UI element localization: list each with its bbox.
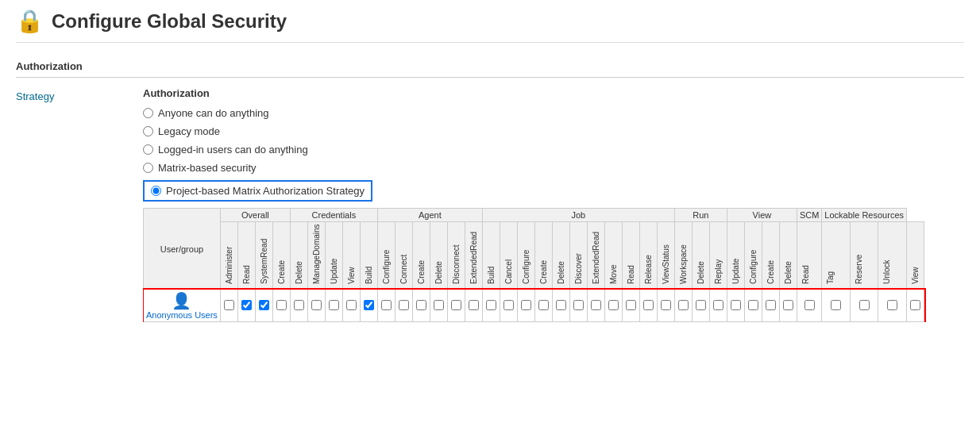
checkbox-create-view[interactable] bbox=[766, 300, 776, 310]
cb-read-job[interactable] bbox=[622, 290, 639, 322]
checkbox-managedomains[interactable] bbox=[311, 300, 322, 310]
overall-header: Overall bbox=[220, 209, 290, 222]
checkbox-delete-agent[interactable] bbox=[434, 300, 444, 310]
checkbox-workspace-job[interactable] bbox=[678, 300, 689, 310]
cb-replay-run[interactable] bbox=[709, 290, 727, 322]
checkbox-cancel-job[interactable] bbox=[504, 300, 514, 310]
checkbox-extendedread-agent[interactable] bbox=[469, 300, 479, 310]
col-extendedread-agent: ExtendedRead bbox=[465, 222, 482, 290]
cb-workspace-job[interactable] bbox=[674, 290, 692, 322]
cb-delete-view[interactable] bbox=[779, 290, 797, 322]
checkbox-update-cred[interactable] bbox=[329, 300, 339, 310]
cb-tag-scm[interactable] bbox=[822, 290, 851, 322]
cb-move-job[interactable] bbox=[604, 290, 622, 322]
checkbox-viewstatus-job[interactable] bbox=[661, 300, 671, 310]
radio-loggedin: Logged-in users can do anything bbox=[143, 144, 964, 156]
checkbox-configure-job[interactable] bbox=[521, 300, 531, 310]
cb-build-job[interactable] bbox=[482, 290, 500, 322]
cb-release-job[interactable] bbox=[639, 290, 657, 322]
cb-managedomains[interactable] bbox=[307, 290, 325, 322]
cb-delete-agent[interactable] bbox=[430, 290, 447, 322]
col-discover-job: Discover bbox=[569, 222, 587, 290]
lock-icon: 🔒 bbox=[16, 8, 44, 34]
col-build-job: Build bbox=[482, 222, 500, 290]
cb-create-job[interactable] bbox=[534, 290, 552, 322]
checkbox-configure-view[interactable] bbox=[748, 300, 758, 310]
cb-systemread[interactable] bbox=[255, 290, 272, 322]
col-delete-view: Delete bbox=[779, 222, 797, 290]
radio-matrix-input[interactable] bbox=[143, 163, 153, 173]
cb-read[interactable] bbox=[237, 290, 255, 322]
checkbox-update-run[interactable] bbox=[731, 300, 741, 310]
cb-reserve-lock[interactable] bbox=[850, 290, 878, 322]
checkbox-disconnect-agent[interactable] bbox=[451, 300, 461, 310]
cb-create-overall[interactable] bbox=[272, 290, 290, 322]
cb-configure-job[interactable] bbox=[517, 290, 534, 322]
radio-project-matrix: Project-based Matrix Authorization Strat… bbox=[143, 180, 372, 202]
checkbox-delete-run[interactable] bbox=[696, 300, 706, 310]
checkbox-create-overall[interactable] bbox=[276, 300, 287, 310]
checkbox-read[interactable] bbox=[241, 300, 252, 310]
checkbox-configure-agent[interactable] bbox=[381, 300, 392, 310]
cb-administer[interactable] bbox=[220, 290, 237, 322]
cb-discover-job[interactable] bbox=[569, 290, 587, 322]
checkbox-release-job[interactable] bbox=[643, 300, 654, 310]
lockable-header: Lockable Resources bbox=[822, 209, 907, 222]
radio-anyone-input[interactable] bbox=[143, 108, 153, 118]
checkbox-delete-job[interactable] bbox=[556, 300, 566, 310]
checkbox-read-view[interactable] bbox=[804, 300, 815, 310]
cb-build-cred[interactable] bbox=[360, 290, 377, 322]
checkbox-read-job[interactable] bbox=[626, 300, 636, 310]
scm-header: SCM bbox=[797, 209, 821, 222]
col-cancel-job: Cancel bbox=[500, 222, 517, 290]
cb-disconnect-agent[interactable] bbox=[447, 290, 465, 322]
cb-configure-agent[interactable] bbox=[377, 290, 395, 322]
checkbox-move-job[interactable] bbox=[608, 300, 619, 310]
cb-create-agent[interactable] bbox=[412, 290, 430, 322]
cb-extendedread-agent[interactable] bbox=[465, 290, 482, 322]
col-delete-agent: Delete bbox=[430, 222, 447, 290]
checkbox-discover-job[interactable] bbox=[573, 300, 584, 310]
cb-cancel-job[interactable] bbox=[500, 290, 517, 322]
cb-view-lock[interactable] bbox=[907, 290, 924, 322]
run-header: Run bbox=[674, 209, 727, 222]
col-delete-run: Delete bbox=[692, 222, 709, 290]
cb-viewstatus-job[interactable] bbox=[657, 290, 674, 322]
checkbox-extendedread-job[interactable] bbox=[591, 300, 601, 310]
checkbox-build-job[interactable] bbox=[486, 300, 496, 310]
cb-delete-job[interactable] bbox=[552, 290, 569, 322]
col-read-job: Read bbox=[622, 222, 639, 290]
cb-extendedread-job[interactable] bbox=[587, 290, 604, 322]
cb-read-view[interactable] bbox=[797, 290, 821, 322]
checkbox-view-lock[interactable] bbox=[910, 300, 920, 310]
checkbox-delete-view[interactable] bbox=[783, 300, 793, 310]
radio-loggedin-input[interactable] bbox=[143, 144, 153, 155]
checkbox-systemread[interactable] bbox=[259, 300, 269, 310]
checkbox-connect-agent[interactable] bbox=[399, 300, 409, 310]
checkbox-create-job[interactable] bbox=[538, 300, 549, 310]
radio-legacy-input[interactable] bbox=[143, 126, 153, 136]
radio-anyone: Anyone can do anything bbox=[143, 107, 964, 119]
cb-update-run[interactable] bbox=[727, 290, 744, 322]
checkbox-view-cred[interactable] bbox=[346, 300, 357, 310]
checkbox-reserve-lock[interactable] bbox=[859, 300, 870, 310]
checkbox-administer[interactable] bbox=[224, 300, 234, 310]
cb-update-cred[interactable] bbox=[325, 290, 342, 322]
checkbox-replay-run[interactable] bbox=[713, 300, 723, 310]
cb-create-view[interactable] bbox=[762, 290, 779, 322]
radio-project-matrix-input[interactable] bbox=[151, 186, 161, 196]
cb-view-cred[interactable] bbox=[342, 290, 360, 322]
col-viewstatus-job: ViewStatus bbox=[657, 222, 674, 290]
cb-unlock-lock[interactable] bbox=[878, 290, 907, 322]
cb-delete-run[interactable] bbox=[692, 290, 709, 322]
col-unlock-lock: Unlock bbox=[878, 222, 907, 290]
checkbox-tag-scm[interactable] bbox=[831, 300, 841, 310]
checkbox-create-agent[interactable] bbox=[416, 300, 426, 310]
cb-configure-view[interactable] bbox=[744, 290, 762, 322]
checkbox-unlock-lock[interactable] bbox=[887, 300, 897, 310]
checkbox-build-cred[interactable] bbox=[364, 300, 374, 310]
cb-delete-cred[interactable] bbox=[290, 290, 307, 322]
checkbox-delete-cred[interactable] bbox=[294, 300, 304, 310]
cb-connect-agent[interactable] bbox=[395, 290, 412, 322]
sidebar-item-strategy[interactable]: Strategy bbox=[16, 90, 54, 102]
